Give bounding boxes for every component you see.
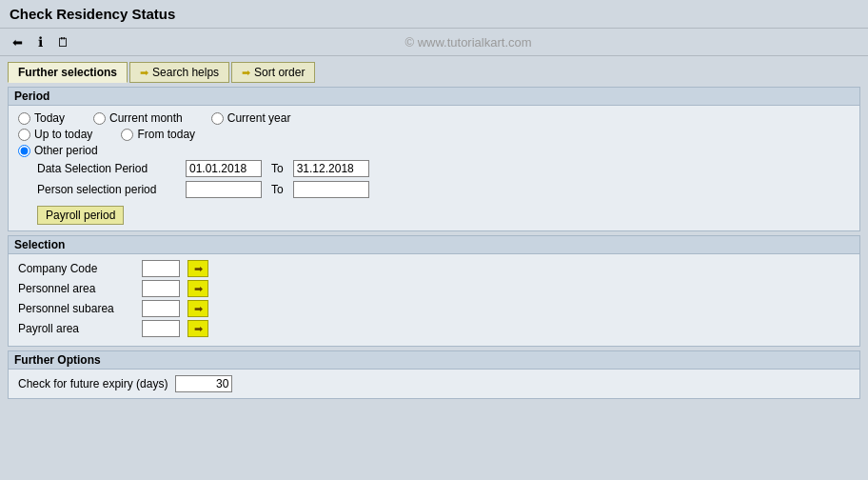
data-selection-to-input[interactable]: [293, 160, 369, 177]
data-selection-to-label: To: [271, 162, 284, 175]
payroll-area-label: Payroll area: [18, 322, 142, 335]
save-icon[interactable]: 🗒: [53, 32, 72, 51]
other-period-label: Other period: [34, 144, 98, 157]
future-expiry-row: Check for future expiry (days): [18, 375, 850, 392]
watermark: © www.tutorialkart.com: [76, 35, 860, 50]
personnel-area-row: Personnel area ➡: [18, 280, 850, 297]
radio-current-year[interactable]: Current year: [211, 111, 291, 125]
personnel-area-label: Personnel area: [18, 282, 142, 295]
personnel-area-input[interactable]: [142, 280, 180, 297]
further-selections-label: Further selections: [18, 66, 117, 79]
tab-bar: Further selections ➡ Search helps ➡ Sort…: [0, 56, 868, 83]
title-bar: Check Residency Status: [0, 0, 868, 28]
page-title: Check Residency Status: [10, 6, 175, 22]
person-selection-to-input[interactable]: [293, 181, 369, 198]
tab-sort-order[interactable]: ➡ Sort order: [231, 62, 315, 83]
selection-section: Selection Company Code ➡ Personnel area …: [8, 235, 860, 347]
current-month-label: Current month: [109, 111, 183, 125]
personnel-subarea-arrow-btn[interactable]: ➡: [187, 300, 208, 317]
tab-further-selections[interactable]: Further selections: [8, 62, 128, 83]
radio-up-to-today[interactable]: Up to today: [18, 128, 92, 141]
person-selection-from-input[interactable]: [186, 181, 262, 198]
person-selection-label: Person selection period: [37, 183, 180, 196]
radio-today[interactable]: Today: [18, 111, 65, 125]
current-year-label: Current year: [227, 111, 291, 125]
personnel-subarea-row: Personnel subarea ➡: [18, 300, 850, 317]
payroll-area-input[interactable]: [142, 320, 180, 337]
data-selection-label: Data Selection Period: [37, 162, 180, 175]
data-selection-from-input[interactable]: [186, 160, 262, 177]
period-section-title: Period: [9, 88, 859, 106]
company-code-input[interactable]: [142, 260, 180, 277]
company-code-arrow-btn[interactable]: ➡: [187, 260, 208, 277]
tab-arrow-sort: ➡: [242, 67, 250, 79]
sort-order-label: Sort order: [254, 66, 305, 79]
payroll-area-row: Payroll area ➡: [18, 320, 850, 337]
selection-section-title: Selection: [9, 236, 859, 254]
future-expiry-input[interactable]: [175, 375, 232, 392]
toolbar: ⬅ ℹ 🗒 © www.tutorialkart.com: [0, 28, 868, 56]
up-to-today-label: Up to today: [34, 128, 92, 141]
back-icon[interactable]: ⬅: [8, 32, 27, 51]
search-helps-label: Search helps: [152, 66, 219, 79]
radio-current-month[interactable]: Current month: [93, 111, 183, 125]
further-options-section: Further Options Check for future expiry …: [8, 350, 860, 399]
info-icon[interactable]: ℹ: [30, 32, 49, 51]
payroll-period-button[interactable]: Payroll period: [37, 206, 124, 225]
tab-arrow-search: ➡: [140, 67, 148, 79]
radio-from-today[interactable]: From today: [121, 128, 195, 141]
personnel-subarea-input[interactable]: [142, 300, 180, 317]
company-code-label: Company Code: [18, 262, 142, 275]
personnel-area-arrow-btn[interactable]: ➡: [187, 280, 208, 297]
from-today-label: From today: [137, 128, 195, 141]
company-code-row: Company Code ➡: [18, 260, 850, 277]
person-selection-to-label: To: [271, 183, 284, 196]
tab-search-helps[interactable]: ➡ Search helps: [129, 62, 229, 83]
further-options-title: Further Options: [9, 351, 859, 370]
personnel-subarea-label: Personnel subarea: [18, 302, 142, 315]
today-label: Today: [34, 111, 65, 125]
period-section: Period Today Current month Current year: [8, 87, 860, 231]
payroll-area-arrow-btn[interactable]: ➡: [187, 320, 208, 337]
future-expiry-label: Check for future expiry (days): [18, 377, 168, 390]
radio-other-period[interactable]: Other period: [18, 144, 98, 157]
